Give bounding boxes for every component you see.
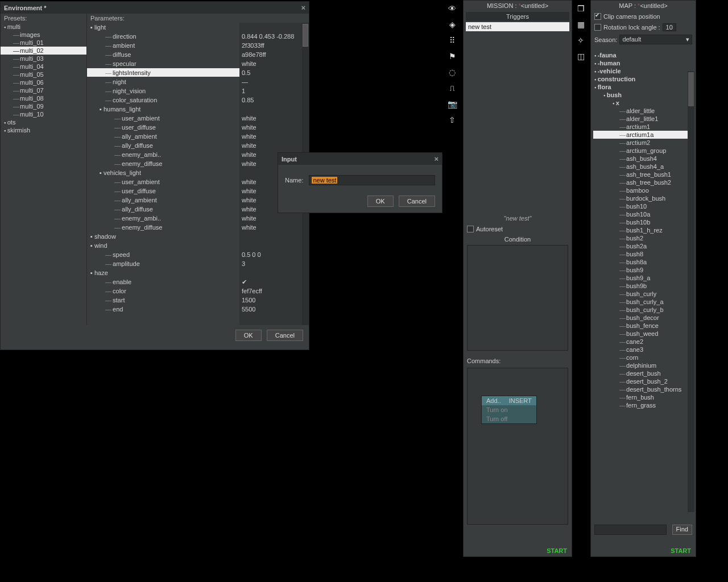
param-name[interactable]: — enemy_diffuse — [87, 159, 239, 168]
circle-dots-icon[interactable]: ◌ — [445, 65, 460, 80]
map-tree-item[interactable]: -fauna — [593, 51, 694, 59]
ctx-turn-on[interactable]: Turn on — [482, 405, 536, 414]
diamond-icon[interactable]: ◈ — [445, 17, 460, 32]
map-tree-item[interactable]: — bush_curly_a — [593, 298, 694, 306]
param-name[interactable]: — color_saturation — [87, 95, 239, 105]
preset-item[interactable]: skirmish — [1, 126, 86, 134]
param-name[interactable]: — night_vision — [87, 86, 239, 95]
map-tree-item[interactable]: — delphinium — [593, 361, 694, 369]
rotation-lock-checkbox[interactable] — [594, 24, 601, 31]
trigger-item[interactable]: new test — [466, 22, 569, 31]
preset-item[interactable]: — multi_09 — [1, 102, 86, 110]
condition-box[interactable] — [467, 245, 568, 351]
param-value[interactable]: 2f3033ff — [239, 41, 302, 50]
param-value[interactable]: 1500 — [239, 296, 302, 305]
param-name[interactable]: — diffuse — [87, 50, 239, 59]
map-tree-item[interactable]: — bush10 — [593, 202, 694, 210]
param-name[interactable]: — amplitude — [87, 259, 239, 268]
param-value[interactable]: fef7ecff — [239, 286, 302, 296]
param-value[interactable] — [239, 268, 302, 277]
param-value[interactable]: 0.5 0 0 — [239, 250, 302, 259]
params-names-col[interactable]: ▪ light— direction— ambient— diffuse— sp… — [87, 23, 239, 325]
ctx-turn-off[interactable]: Turn off — [482, 414, 536, 423]
param-value[interactable]: ✔ — [239, 277, 302, 286]
param-name[interactable]: ▪ wind — [87, 241, 239, 250]
wand-icon[interactable]: ✧ — [573, 33, 588, 48]
box-icon[interactable]: ◫ — [573, 49, 588, 64]
param-value[interactable]: 0.844 0.453 -0.288 — [239, 32, 302, 41]
season-dropdown[interactable]: default▾ — [619, 35, 692, 44]
map-tree-item[interactable]: — corn — [593, 354, 694, 361]
map-tree-item[interactable]: — fern_grass — [593, 401, 694, 409]
param-value[interactable]: 5500 — [239, 305, 302, 314]
map-tree-item[interactable]: — bush2 — [593, 234, 694, 242]
map-tree-item[interactable]: — ash_tree_bush1 — [593, 171, 694, 178]
preset-item[interactable]: — images — [1, 31, 86, 39]
autoreset-row[interactable]: Autoreset — [467, 226, 568, 232]
input-title-bar[interactable]: Input × — [278, 153, 442, 165]
map-tree-item[interactable]: — arctium1 — [593, 123, 694, 131]
grid-icon[interactable]: ▦ — [573, 17, 588, 32]
preset-item[interactable]: — multi_07 — [1, 86, 86, 94]
param-name[interactable]: — ally_ambient — [87, 132, 239, 141]
param-name[interactable]: — lightsIntensity — [87, 68, 239, 77]
preset-item[interactable]: — multi_05 — [1, 70, 86, 78]
preset-item[interactable]: — multi_03 — [1, 55, 86, 63]
rotation-lock-value[interactable]: 10 — [663, 23, 676, 31]
map-tree-item[interactable]: — bush1_h_rez — [593, 226, 694, 234]
param-name[interactable]: ▪ light — [87, 23, 239, 32]
map-tree-item[interactable]: — bush_curly — [593, 290, 694, 298]
map-tree-item[interactable]: — alder_little — [593, 107, 694, 115]
param-value[interactable]: a98e78ff — [239, 50, 302, 59]
map-tree-item[interactable]: — cane3 — [593, 346, 694, 354]
param-name[interactable]: — user_ambient — [87, 177, 239, 186]
map-tree-item[interactable]: bush — [593, 91, 694, 99]
flag-icon[interactable]: ⚑ — [445, 49, 460, 64]
map-tree-item[interactable]: — bush9 — [593, 266, 694, 274]
preset-item[interactable]: — multi_02 — [1, 47, 86, 55]
map-tree-item[interactable]: — cane2 — [593, 338, 694, 346]
map-tree-item[interactable]: — bush_fence — [593, 322, 694, 330]
find-input[interactable] — [594, 525, 667, 535]
param-value[interactable]: 1 — [239, 86, 302, 95]
triggers-list[interactable]: new test — [466, 22, 569, 31]
map-tree-item[interactable]: — bush9b — [593, 282, 694, 290]
param-name[interactable]: — ally_ambient — [87, 196, 239, 205]
map-tree-item[interactable]: — bush_curly_b — [593, 306, 694, 314]
find-button[interactable]: Find — [672, 525, 692, 535]
param-name[interactable]: ▪ shadow — [87, 232, 239, 241]
preset-item[interactable]: — multi_04 — [1, 63, 86, 70]
preset-item[interactable]: — multi_06 — [1, 78, 86, 86]
param-name[interactable]: — direction — [87, 32, 239, 41]
param-name[interactable]: ▪ haze — [87, 268, 239, 277]
grid-dots-icon[interactable]: ⠿ — [445, 33, 460, 48]
input-ok-button[interactable]: OK — [367, 196, 394, 207]
map-tree-item[interactable]: -vehicle — [593, 67, 694, 75]
map-tree-item[interactable]: — arctium1a — [593, 131, 694, 139]
map-tree-item[interactable]: — bush8a — [593, 258, 694, 266]
input-cancel-button[interactable]: Cancel — [399, 196, 435, 207]
name-input[interactable]: new test — [309, 175, 435, 185]
eye-icon[interactable]: 👁 — [445, 1, 460, 16]
param-value[interactable] — [239, 241, 302, 250]
presets-tree[interactable]: multi— images— multi_01— multi_02— multi… — [1, 23, 86, 134]
arrow-icon[interactable]: ⇧ — [445, 113, 460, 127]
map-tree-item[interactable]: — arctium2 — [593, 139, 694, 147]
param-value[interactable]: 0.5 — [239, 68, 302, 77]
param-name[interactable]: — enemy_diffuse — [87, 223, 239, 232]
param-name[interactable]: — specular — [87, 59, 239, 68]
preset-item[interactable]: — multi_08 — [1, 94, 86, 102]
path-icon[interactable]: ⎍ — [445, 81, 460, 95]
map-tree-item[interactable]: — bush8 — [593, 250, 694, 258]
map-tree-item[interactable]: — bamboo — [593, 186, 694, 194]
map-tree-item[interactable]: — ash_bush4_a — [593, 163, 694, 171]
param-name[interactable]: — ally_diffuse — [87, 141, 239, 150]
map-tree-item[interactable]: — ash_bush4 — [593, 155, 694, 163]
map-tree-item[interactable]: — alder_little1 — [593, 115, 694, 123]
param-name[interactable]: — ally_diffuse — [87, 205, 239, 214]
param-name[interactable]: — user_diffuse — [87, 123, 239, 132]
commands-box[interactable]: Add..INSERT Turn on Turn off — [467, 368, 568, 525]
environment-title-bar[interactable]: Environment * × — [1, 2, 309, 14]
param-name[interactable]: — enemy_ambi.. — [87, 214, 239, 223]
map-tree-item[interactable]: — bush10b — [593, 218, 694, 226]
